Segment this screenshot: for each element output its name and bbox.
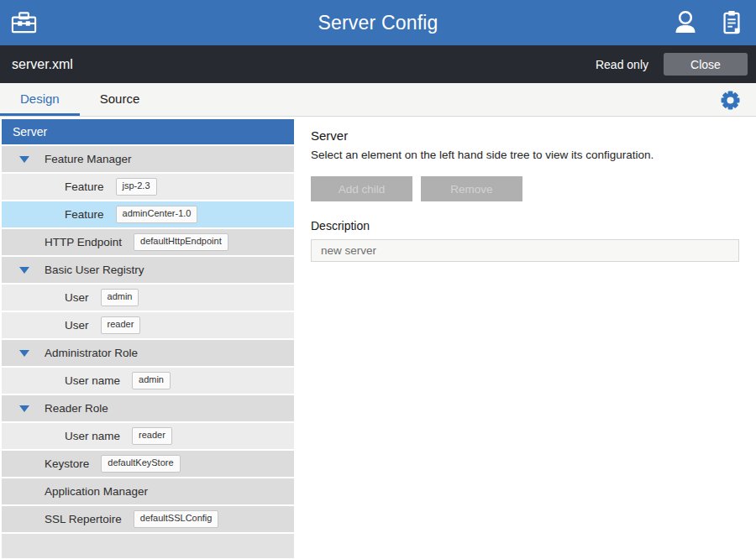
- tree-row-ssl-repertoire[interactable]: SSL Repertoire defaultSSLConfig: [2, 506, 294, 532]
- triangle-down-icon[interactable]: [19, 405, 29, 412]
- tree-row-basic-user-registry[interactable]: Basic User Registry: [2, 257, 294, 283]
- value-badge: adminCenter-1.0: [116, 206, 198, 222]
- tree-row-username-reader[interactable]: User name reader: [2, 423, 294, 449]
- triangle-down-icon[interactable]: [19, 156, 29, 163]
- value-badge: admin: [132, 372, 171, 389]
- detail-title: Server: [311, 128, 739, 143]
- tree-root-server[interactable]: Server: [2, 119, 294, 144]
- close-button[interactable]: Close: [664, 53, 748, 76]
- tree-row-user-reader[interactable]: User reader: [2, 312, 294, 338]
- toolbox-icon[interactable]: [10, 10, 38, 35]
- file-bar: server.xml Read only Close: [0, 45, 756, 83]
- user-icon[interactable]: [672, 8, 699, 37]
- tree-row-administrator-role[interactable]: Administrator Role: [2, 340, 294, 366]
- triangle-down-icon[interactable]: [19, 350, 29, 357]
- tree-row-user-admin[interactable]: User admin: [2, 285, 294, 311]
- detail-instruction: Select an element on the left hand side …: [311, 149, 739, 161]
- value-badge: reader: [132, 427, 172, 444]
- settings-gear-icon[interactable]: [720, 90, 741, 114]
- app-title: Server Config: [318, 12, 438, 34]
- readonly-badge: Read only: [596, 58, 648, 71]
- tab-bar: Design Source: [0, 83, 756, 117]
- app-header: Server Config: [0, 0, 756, 45]
- tree-filler: [2, 534, 294, 558]
- description-label: Description: [311, 219, 739, 232]
- tree-row-feature-manager[interactable]: Feature Manager: [2, 146, 294, 172]
- tree-row-username-admin[interactable]: User name admin: [2, 368, 294, 394]
- value-badge: defaultHttpEndpoint: [134, 233, 228, 250]
- add-child-button[interactable]: Add child: [311, 176, 412, 201]
- tree-row-reader-role[interactable]: Reader Role: [2, 395, 294, 421]
- config-tree: Server Feature Manager Feature jsp-2.3 F…: [0, 117, 294, 558]
- description-input[interactable]: [311, 239, 739, 262]
- triangle-down-icon[interactable]: [19, 267, 29, 274]
- content-area: Server Feature Manager Feature jsp-2.3 F…: [0, 117, 756, 558]
- value-badge: defaultKeyStore: [101, 455, 180, 472]
- clipboard-icon[interactable]: [719, 8, 744, 37]
- tree-row-feature-selected[interactable]: Feature adminCenter-1.0: [2, 201, 294, 227]
- tree-row-feature[interactable]: Feature jsp-2.3: [2, 174, 294, 200]
- tree-row-http-endpoint[interactable]: HTTP Endpoint defaultHttpEndpoint: [2, 229, 294, 255]
- remove-button[interactable]: Remove: [421, 176, 522, 201]
- value-badge: defaultSSLConfig: [134, 510, 219, 527]
- value-badge: admin: [101, 289, 139, 306]
- file-name: server.xml: [12, 57, 73, 72]
- tree-row-application-manager[interactable]: Application Manager: [2, 478, 294, 504]
- detail-panel: Server Select an element on the left han…: [294, 117, 756, 558]
- value-badge: jsp-2.3: [116, 178, 157, 195]
- tab-design[interactable]: Design: [0, 83, 80, 116]
- value-badge: reader: [101, 316, 141, 333]
- tab-source[interactable]: Source: [80, 83, 160, 116]
- tree-row-keystore[interactable]: Keystore defaultKeyStore: [2, 451, 294, 477]
